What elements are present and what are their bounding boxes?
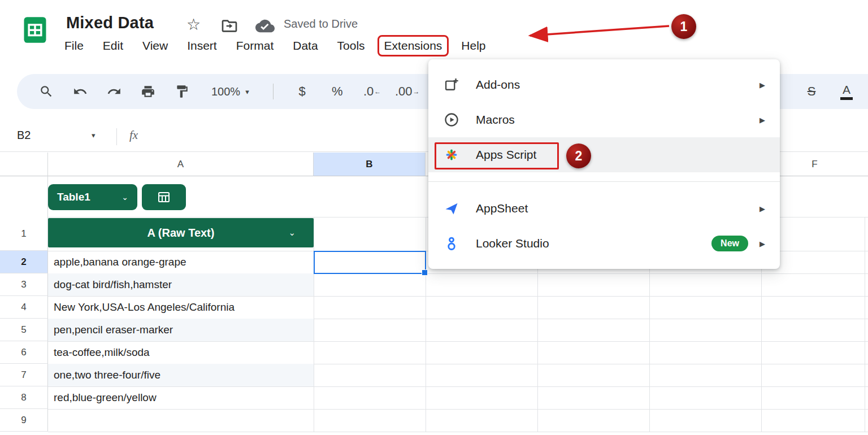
menu-help[interactable]: Help xyxy=(455,36,491,55)
table-column-header-label: A (Raw Text) xyxy=(147,227,215,240)
cell-A7[interactable]: one,two three-four/five xyxy=(48,364,314,386)
new-badge: New xyxy=(711,236,748,251)
table-name-chip[interactable]: Table1 ⌄ xyxy=(48,184,137,210)
column-header-b[interactable]: B xyxy=(314,153,426,176)
formula-bar-divider xyxy=(116,128,117,145)
gridline xyxy=(426,217,426,432)
table-name-label: Table1 xyxy=(57,191,90,203)
text-color-bar xyxy=(840,97,853,100)
menu-item-label: Add-ons xyxy=(476,78,760,92)
text-color-button[interactable]: A xyxy=(833,78,860,105)
row-header-8[interactable]: 8 xyxy=(0,386,48,409)
increase-decimal-button[interactable]: .00→ xyxy=(393,78,422,105)
arrow-right-icon: → xyxy=(413,88,419,95)
decrease-decimal-button[interactable]: .0← xyxy=(358,78,387,105)
row-header-1[interactable]: 1 xyxy=(0,217,48,251)
toolbar-divider xyxy=(273,84,274,99)
format-currency-button[interactable]: $ xyxy=(288,78,316,105)
annotation-step-1: 1 xyxy=(671,14,696,39)
gridline xyxy=(865,217,865,432)
increase-decimal-label: .00 xyxy=(395,84,413,99)
chevron-down-icon: ⌄ xyxy=(288,228,296,238)
decrease-decimal-label: .0 xyxy=(363,84,374,99)
menu-extensions[interactable]: Extensions xyxy=(379,36,448,55)
print-button[interactable] xyxy=(134,78,162,105)
text-color-icon: A xyxy=(843,84,850,95)
cell-A4[interactable]: New York,USA-Los Angeles/California xyxy=(48,296,314,319)
search-button[interactable] xyxy=(33,78,60,105)
cell-A3[interactable]: dog-cat bird/fish,hamster xyxy=(48,273,314,296)
submenu-arrow-icon: ▶ xyxy=(760,116,765,124)
sheets-app-window: Mixed Data ☆ Saved to Drive File Edit Vi… xyxy=(0,0,868,435)
undo-button[interactable] xyxy=(67,78,94,105)
row-header-2[interactable]: 2 xyxy=(0,251,48,273)
submenu-arrow-icon: ▶ xyxy=(760,240,765,248)
menu-insert[interactable]: Insert xyxy=(181,36,223,55)
submenu-arrow-icon: ▶ xyxy=(760,81,765,89)
menu-bar: File Edit View Insert Format Data Tools … xyxy=(59,36,492,55)
gridline xyxy=(314,217,314,432)
menu-item-label: Macros xyxy=(476,113,760,127)
name-box[interactable]: B2 xyxy=(17,129,31,142)
submenu-arrow-icon: ▶ xyxy=(760,205,765,213)
cell-A5[interactable]: pen,pencil eraser-marker xyxy=(48,319,314,341)
row-header-7[interactable]: 7 xyxy=(0,364,48,386)
grid-corner[interactable] xyxy=(0,153,48,176)
cell-A6[interactable]: tea-coffee,milk/soda xyxy=(48,341,314,364)
sheets-logo-icon[interactable] xyxy=(20,15,50,45)
menu-item-apps-script[interactable]: Apps Script xyxy=(428,137,780,172)
cell-A8[interactable]: red,blue-green/yellow xyxy=(48,386,314,409)
menu-view[interactable]: View xyxy=(137,36,173,55)
selected-cell-B2[interactable] xyxy=(314,251,426,274)
zoom-control[interactable]: 100% ▾ xyxy=(211,85,249,98)
menu-file[interactable]: File xyxy=(59,36,89,55)
menu-item-add-ons[interactable]: Add-ons ▶ xyxy=(428,67,780,102)
caret-down-icon: ▾ xyxy=(245,88,249,96)
gridline xyxy=(48,409,868,410)
column-header-a[interactable]: A xyxy=(48,153,314,176)
menu-data[interactable]: Data xyxy=(287,36,323,55)
extensions-menu: Add-ons ▶ Macros ▶ Apps Sc xyxy=(428,59,780,269)
table-icon xyxy=(157,190,171,204)
row-header-5[interactable]: 5 xyxy=(0,319,48,341)
menu-item-label: Looker Studio xyxy=(476,237,711,250)
annotation-step-2: 2 xyxy=(566,143,591,168)
format-percent-button[interactable]: % xyxy=(323,78,351,105)
redo-button[interactable] xyxy=(101,78,128,105)
menu-item-label: Apps Script xyxy=(476,148,765,162)
move-to-folder-icon[interactable] xyxy=(220,17,238,35)
add-ons-icon xyxy=(443,76,460,93)
table-grid-chip[interactable] xyxy=(142,184,186,210)
menu-separator xyxy=(428,181,780,182)
table-column-header[interactable]: A (Raw Text) ⌄ xyxy=(48,218,314,247)
apps-script-icon xyxy=(443,146,460,163)
chevron-down-icon: ⌄ xyxy=(121,193,128,202)
fx-icon[interactable]: fx xyxy=(129,128,138,142)
saved-cloud-icon xyxy=(255,16,275,36)
menu-item-looker-studio[interactable]: Looker Studio New ▶ xyxy=(428,226,780,261)
menu-item-appsheet[interactable]: AppSheet ▶ xyxy=(428,191,780,226)
row-header-band xyxy=(0,176,48,217)
strikethrough-button[interactable]: S xyxy=(798,78,825,105)
paint-format-button[interactable] xyxy=(168,78,196,105)
menu-item-macros[interactable]: Macros ▶ xyxy=(428,102,780,137)
document-title[interactable]: Mixed Data xyxy=(66,14,154,32)
macros-icon xyxy=(443,111,460,128)
row-header-4[interactable]: 4 xyxy=(0,296,48,319)
row-header-3[interactable]: 3 xyxy=(0,273,48,296)
row-header-6[interactable]: 6 xyxy=(0,341,48,364)
looker-studio-icon xyxy=(443,235,460,252)
cell-A2[interactable]: apple,banana orange-grape xyxy=(48,251,314,273)
zoom-value: 100% xyxy=(211,85,240,98)
name-box-caret-icon[interactable]: ▾ xyxy=(92,131,96,140)
star-icon[interactable]: ☆ xyxy=(186,16,201,34)
strikethrough-icon: S xyxy=(808,84,816,99)
appsheet-icon xyxy=(443,200,460,217)
menu-format[interactable]: Format xyxy=(231,36,280,55)
row-header-9[interactable]: 9 xyxy=(0,409,48,432)
fill-handle[interactable] xyxy=(422,269,428,276)
arrow-left-icon: ← xyxy=(374,88,381,95)
saved-status[interactable]: Saved to Drive xyxy=(284,18,358,31)
menu-tools[interactable]: Tools xyxy=(332,36,371,55)
menu-edit[interactable]: Edit xyxy=(97,36,129,55)
